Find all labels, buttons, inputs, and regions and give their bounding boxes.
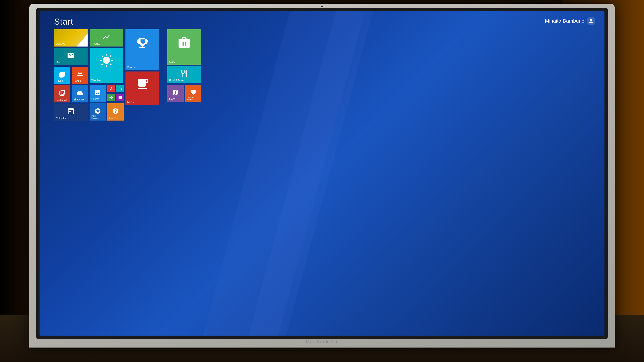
reading-list-tile[interactable]: Reading List bbox=[54, 85, 70, 102]
photos-tile-label: Photos bbox=[92, 98, 104, 100]
reading-skydrive-row: Reading List SkyDrive bbox=[54, 85, 88, 102]
music-tile[interactable] bbox=[107, 85, 115, 92]
ie-tile-label: Internet Explorer bbox=[92, 115, 104, 119]
news-tile-label: News bbox=[127, 101, 157, 104]
food-drink-tile-label: Food & Drink bbox=[169, 79, 199, 82]
photos-icon bbox=[94, 89, 101, 96]
finance-tile-label: Finance bbox=[92, 42, 121, 45]
people-icon bbox=[77, 71, 83, 77]
skydrive-icon bbox=[77, 90, 83, 96]
weather-tile-label: Weather bbox=[92, 79, 121, 82]
news-tile[interactable]: News bbox=[126, 71, 159, 105]
camera bbox=[321, 5, 323, 7]
skype-tile-label: Skype bbox=[56, 79, 68, 82]
camera-tile[interactable] bbox=[116, 94, 124, 101]
camera-icon bbox=[118, 96, 122, 100]
column-2: Finance Weather bbox=[90, 29, 124, 121]
food-drink-icon bbox=[180, 69, 188, 77]
start-title: Start bbox=[54, 17, 73, 27]
people-tile[interactable]: People bbox=[72, 67, 88, 84]
small-tiles-group bbox=[107, 85, 124, 102]
weather-sun-icon bbox=[99, 53, 114, 68]
mail-tile[interactable]: Mail bbox=[54, 48, 88, 65]
desktop-tile[interactable]: Desktop bbox=[54, 29, 88, 46]
trophy-icon bbox=[135, 36, 150, 51]
store-icon bbox=[177, 36, 191, 50]
column-1: Desktop Mail bbox=[54, 29, 88, 121]
maps-health-row: Maps Health & Fitness bbox=[167, 85, 202, 102]
ie-help-row: Internet Explorer Help+Tips bbox=[90, 103, 124, 121]
skype-people-row: Skype People bbox=[54, 67, 88, 84]
headphones-tile[interactable] bbox=[116, 85, 124, 92]
left-background bbox=[0, 0, 30, 362]
games-icon bbox=[109, 96, 113, 100]
reading-list-tile-label: Reading List bbox=[56, 99, 68, 101]
photos-small-row: Photos bbox=[90, 85, 124, 102]
skydrive-tile[interactable]: SkyDrive bbox=[72, 85, 88, 102]
help-tile-label: Help+Tips bbox=[109, 117, 122, 119]
help-tile[interactable]: Help+Tips bbox=[107, 103, 124, 121]
weather-tile[interactable]: Weather bbox=[90, 48, 123, 83]
skype-icon bbox=[59, 71, 66, 77]
help-icon bbox=[112, 108, 119, 114]
store-tile[interactable]: Store bbox=[167, 29, 201, 65]
screen-bezel: Start Mihaita Bamburic D bbox=[36, 8, 608, 339]
column-3: Sports News bbox=[126, 29, 159, 105]
macbook-label: MacBook Air bbox=[306, 339, 338, 344]
mail-tile-label: Mail bbox=[56, 61, 86, 64]
reading-list-icon bbox=[59, 90, 66, 96]
people-tile-label: People bbox=[74, 79, 86, 82]
music-icon bbox=[109, 87, 113, 90]
health-fitness-tile-label: Health & Fitness bbox=[187, 96, 200, 100]
user-name: Mihaita Bamburic bbox=[545, 18, 584, 24]
store-tile-label: Store bbox=[169, 60, 199, 63]
maps-tile-label: Maps bbox=[169, 98, 182, 100]
column-4: Store Food & Drink bbox=[167, 29, 202, 102]
screen: Start Mihaita Bamburic D bbox=[40, 11, 604, 336]
calendar-tile-label: Calendar bbox=[56, 117, 86, 120]
maps-icon bbox=[172, 89, 179, 96]
skype-tile[interactable]: Skype bbox=[54, 67, 70, 84]
calendar-tile[interactable]: Calendar bbox=[54, 104, 88, 121]
sports-tile[interactable]: Sports bbox=[126, 29, 159, 70]
headphones-icon bbox=[118, 87, 122, 90]
ie-icon bbox=[94, 108, 101, 114]
news-icon bbox=[136, 77, 149, 91]
tiles-container: Desktop Mail bbox=[54, 29, 202, 121]
finance-icon bbox=[102, 33, 110, 41]
finance-tile[interactable]: Finance bbox=[90, 29, 123, 46]
photos-tile[interactable]: Photos bbox=[90, 85, 106, 102]
sports-tile-label: Sports bbox=[127, 66, 157, 69]
mail-icon bbox=[67, 51, 75, 59]
maps-tile[interactable]: Maps bbox=[167, 85, 184, 102]
health-fitness-tile[interactable]: Health & Fitness bbox=[185, 85, 202, 102]
skydrive-tile-label: SkyDrive bbox=[74, 98, 86, 101]
food-drink-tile[interactable]: Food & Drink bbox=[167, 66, 201, 83]
calendar-icon bbox=[67, 107, 75, 115]
desktop-tile-label: Desktop bbox=[56, 42, 86, 45]
health-icon bbox=[190, 89, 196, 96]
laptop-shell: Start Mihaita Bamburic D bbox=[29, 3, 615, 348]
games-tile[interactable] bbox=[107, 94, 115, 101]
ie-tile[interactable]: Internet Explorer bbox=[90, 103, 106, 121]
user-avatar[interactable] bbox=[587, 17, 596, 25]
user-info[interactable]: Mihaita Bamburic bbox=[545, 17, 596, 25]
